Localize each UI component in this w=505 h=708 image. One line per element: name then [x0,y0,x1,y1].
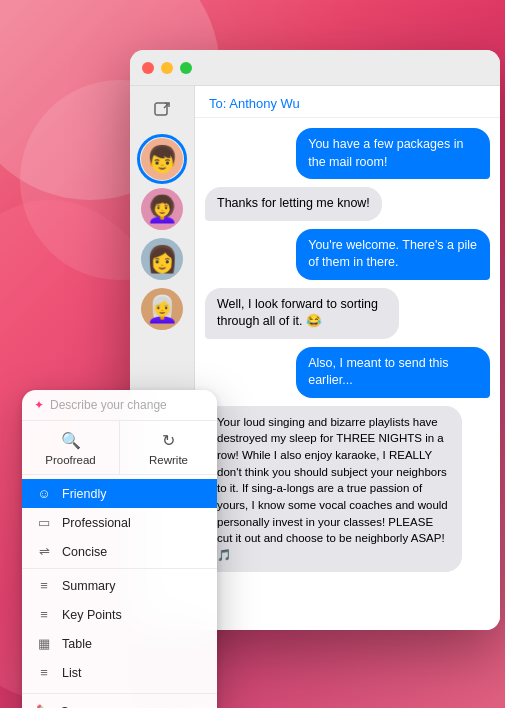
list-label: List [62,666,81,680]
concise-icon: ⇌ [36,544,52,559]
message-4: Well, I look forward to sorting through … [205,288,399,339]
concise-label: Concise [62,545,107,559]
compose-divider [22,693,217,694]
compose-pencil-icon: ✏️ [36,704,52,708]
chat-header: To: Anthony Wu [195,86,500,118]
chat-recipient: Anthony Wu [229,96,300,111]
rewrite-icon: ↻ [162,431,175,450]
rewrite-label: Rewrite [149,454,188,466]
menu-item-concise[interactable]: ⇌ Concise [22,537,217,566]
menu-item-friendly[interactable]: ☺ Friendly [22,479,217,508]
compose-icon[interactable] [148,96,176,124]
search-placeholder: Describe your change [50,398,167,412]
compose-label: Compose... [60,705,124,709]
sparkle-icon: ✦ [34,398,44,412]
ai-popover: ✦ Describe your change 🔍 Proofread ↻ Rew… [22,390,217,708]
menu-divider [22,568,217,569]
avatar-4[interactable]: 👩‍🦳 [141,288,183,330]
menu-item-summary[interactable]: ≡ Summary [22,571,217,600]
friendly-label: Friendly [62,487,106,501]
ai-menu-items: ☺ Friendly ▭ Professional ⇌ Concise ≡ Su… [22,475,217,691]
menu-item-key-points[interactable]: ≡ Key Points [22,600,217,629]
table-label: Table [62,637,92,651]
message-2: Thanks for letting me know! [205,187,382,221]
chat-to-label: To: [209,96,226,111]
message-1: You have a few packages in the mail room… [296,128,490,179]
summary-icon: ≡ [36,578,52,593]
key-points-label: Key Points [62,608,122,622]
avatar-2[interactable]: 👩‍🦱 [141,188,183,230]
friendly-icon: ☺ [36,486,52,501]
key-points-icon: ≡ [36,607,52,622]
close-button[interactable] [142,62,154,74]
avatar-anthony[interactable]: 👦 [141,138,183,180]
ai-search-bar: ✦ Describe your change [22,390,217,421]
message-6: Your loud singing and bizarre playlists … [205,406,462,572]
proofread-label: Proofread [45,454,96,466]
professional-label: Professional [62,516,131,530]
menu-item-table[interactable]: ▦ Table [22,629,217,658]
message-5: Also, I meant to send this earlier... [296,347,490,398]
compose-button[interactable]: ✏️ Compose... [22,696,217,708]
rewrite-button[interactable]: ↻ Rewrite [120,421,217,474]
message-3: You're welcome. There's a pile of them i… [296,229,490,280]
chat-messages: You have a few packages in the mail room… [195,118,500,630]
professional-icon: ▭ [36,515,52,530]
avatar-3[interactable]: 👩 [141,238,183,280]
minimize-button[interactable] [161,62,173,74]
window-titlebar [130,50,500,86]
menu-item-list[interactable]: ≡ List [22,658,217,687]
ai-actions-row: 🔍 Proofread ↻ Rewrite [22,421,217,475]
summary-label: Summary [62,579,115,593]
chat-area: To: Anthony Wu You have a few packages i… [195,86,500,630]
proofread-button[interactable]: 🔍 Proofread [22,421,120,474]
proofread-icon: 🔍 [61,431,81,450]
list-icon: ≡ [36,665,52,680]
table-icon: ▦ [36,636,52,651]
menu-item-professional[interactable]: ▭ Professional [22,508,217,537]
svg-rect-0 [155,103,167,115]
maximize-button[interactable] [180,62,192,74]
